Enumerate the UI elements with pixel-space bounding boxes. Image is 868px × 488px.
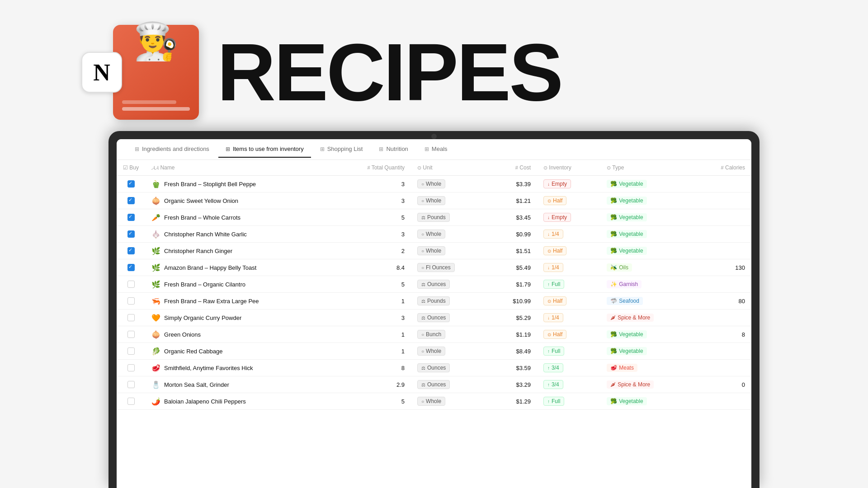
inventory-icon: ↓ (547, 265, 550, 270)
unit-icon: ⚖ (421, 382, 425, 387)
checkbox[interactable] (127, 398, 135, 405)
table-row: 🌶️ Baloian Jalapeno Chili Peppers 5 ○ Wh… (117, 393, 751, 410)
inventory-badge: ↓ Empty (543, 179, 571, 188)
type-badge: 🥩 Meats (607, 364, 637, 372)
cell-buy[interactable] (117, 259, 145, 276)
tab-inventory[interactable]: ⊞ Items to use from inventory (218, 141, 311, 158)
table-row: 🧂 Morton Sea Salt, Grinder 2.9 ⚖ Ounces … (117, 376, 751, 393)
inventory-icon: ↑ (547, 399, 550, 404)
cell-name: 🥕 Fresh Brand – Whole Carrots (145, 209, 333, 226)
cell-name: 🌿 Amazon Brand – Happy Belly Toast (145, 259, 333, 276)
cell-buy[interactable] (117, 343, 145, 360)
checkbox[interactable] (127, 197, 135, 204)
inventory-badge: ↑ Full (543, 397, 564, 406)
checkbox[interactable] (127, 331, 135, 338)
inventory-badge: ↓ 1/4 (543, 313, 563, 322)
cell-type: 🥦 Vegetable (600, 243, 693, 259)
inventory-badge: ⊙ Half (543, 296, 566, 305)
cell-calories (694, 360, 751, 376)
unit-icon: ○ (421, 232, 424, 237)
type-badge: 🦈 Seafood (607, 297, 643, 305)
cell-type: 🥦 Vegetable (600, 176, 693, 192)
tab-shopping-icon: ⊞ (320, 146, 325, 152)
item-name-text: Fresh Brand – Whole Carrots (164, 214, 241, 221)
cell-inventory: ↑ Full (537, 276, 600, 293)
checkbox[interactable] (127, 214, 135, 221)
inventory-icon: ⊙ (547, 249, 551, 253)
checkbox[interactable] (127, 314, 135, 321)
cell-name: 🥩 Smithfield, Anytime Favorites Hick (145, 360, 333, 376)
checkbox[interactable] (127, 281, 135, 288)
tab-shopping[interactable]: ⊞ Shopping List (313, 141, 370, 158)
item-emoji: 🥬 (151, 347, 160, 356)
cell-buy[interactable] (117, 276, 145, 293)
unit-icon: ⚖ (421, 315, 425, 320)
checkbox[interactable] (127, 381, 135, 388)
checkbox[interactable] (127, 347, 135, 355)
item-name-text: Amazon Brand – Happy Belly Toast (164, 264, 256, 271)
type-emoji: 🦈 (610, 298, 617, 304)
checkbox[interactable] (127, 180, 135, 188)
cell-buy[interactable] (117, 293, 145, 310)
cell-cost: $1.19 (489, 326, 537, 343)
cell-quantity: 3 (333, 192, 411, 209)
cell-buy[interactable] (117, 243, 145, 259)
checkbox[interactable] (127, 364, 135, 371)
item-emoji: 🌶️ (151, 397, 160, 406)
col-header-inventory: ⊙ Inventory (537, 160, 600, 176)
cell-buy[interactable] (117, 393, 145, 410)
cell-buy[interactable] (117, 310, 145, 326)
cell-type: 🥦 Vegetable (600, 192, 693, 209)
checkbox[interactable] (127, 247, 135, 254)
item-emoji: 🧡 (151, 314, 160, 322)
item-emoji: 🧂 (151, 380, 160, 389)
item-name-text: Simply Organic Curry Powder (164, 314, 241, 321)
item-emoji: 🌿 (151, 263, 160, 272)
table-row: 🦐 Fresh Brand – Raw Extra Large Pee 1 ⚖ … (117, 293, 751, 310)
unit-icon: ○ (421, 198, 424, 203)
tab-nutrition[interactable]: ⊞ Nutrition (372, 141, 415, 158)
type-badge: 🥦 Vegetable (607, 247, 646, 255)
cell-type: 🥦 Vegetable (600, 326, 693, 343)
cell-quantity: 5 (333, 209, 411, 226)
inventory-badge: ↑ 3/4 (543, 363, 563, 372)
inventory-icon: ↑ (547, 349, 550, 354)
tab-ingredients[interactable]: ⊞ Ingredients and directions (127, 141, 217, 158)
cell-buy[interactable] (117, 360, 145, 376)
table-header-row: ☑ Buy 𝓐𝓐 Name # Total Quantity ⊙ Unit (117, 160, 751, 176)
inventory-badge: ↑ Full (543, 347, 564, 356)
cell-buy[interactable] (117, 326, 145, 343)
unit-icon: ○ (421, 182, 424, 187)
cell-buy[interactable] (117, 376, 145, 393)
cell-calories (694, 176, 751, 192)
cell-inventory: ↓ 1/4 (537, 259, 600, 276)
item-emoji: 🌿 (151, 247, 160, 255)
cell-calories (694, 243, 751, 259)
type-badge: 🥦 Vegetable (607, 330, 646, 338)
cell-buy[interactable] (117, 209, 145, 226)
cell-buy[interactable] (117, 192, 145, 209)
col-header-quantity: # Total Quantity (333, 160, 411, 176)
cell-buy[interactable] (117, 226, 145, 243)
cell-name: 🦐 Fresh Brand – Raw Extra Large Pee (145, 293, 333, 310)
cell-cost: $5.29 (489, 310, 537, 326)
inventory-badge: ↓ Empty (543, 213, 571, 222)
cell-inventory: ↓ Empty (537, 176, 600, 192)
item-name-text: Fresh Brand – Stoplight Bell Peppe (164, 181, 256, 188)
cell-unit: ⚖ Ounces (411, 276, 489, 293)
unit-badge: ⚖ Ounces (417, 280, 450, 289)
tab-meals[interactable]: ⊞ Meals (417, 141, 455, 158)
table-row: 🌿 Fresh Brand – Organic Cilantro 5 ⚖ Oun… (117, 276, 751, 293)
unit-badge: ⚖ Pounds (417, 213, 450, 222)
cell-unit: ○ Whole (411, 393, 489, 410)
checkbox[interactable] (127, 264, 135, 271)
checkbox[interactable] (127, 297, 135, 305)
cell-inventory: ↑ 3/4 (537, 376, 600, 393)
cell-buy[interactable] (117, 176, 145, 192)
cell-type: ✨ Garnish (600, 276, 693, 293)
cell-quantity: 8.4 (333, 259, 411, 276)
cell-quantity: 1 (333, 343, 411, 360)
logo-group: N 👨‍🍳 (81, 25, 199, 120)
checkbox[interactable] (127, 230, 135, 238)
item-emoji: 🦐 (151, 297, 160, 305)
